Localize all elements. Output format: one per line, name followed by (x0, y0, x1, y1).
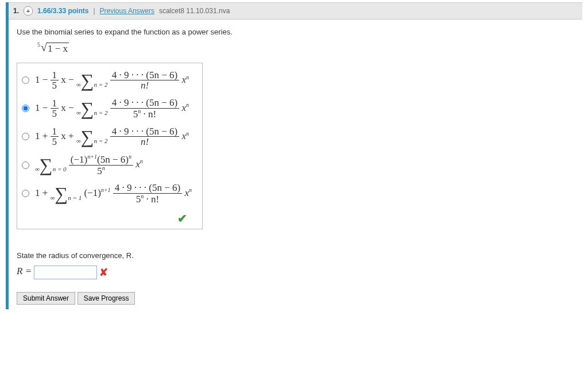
question-container: 1. + 1.66/3.33 points | Previous Answers… (6, 2, 582, 309)
part2: State the radius of convergence, R. R = … (17, 251, 574, 279)
choice-radio-4[interactable] (22, 162, 29, 169)
choice-math-1: 1 − 15 x − ∞∑n = 2 4 · 9 · · · (5n − 6)n… (35, 70, 189, 91)
question-header: 1. + 1.66/3.33 points | Previous Answers… (9, 2, 582, 20)
question-number: 1. (13, 7, 19, 15)
submit-button[interactable]: Submit Answer (17, 292, 75, 305)
points-display: 1.66/3.33 points (37, 7, 88, 15)
separator: | (93, 7, 95, 15)
choice-math-2: 1 − 15 x − ∞∑n = 2 4 · 9 · · · (5n − 6)5… (35, 98, 189, 119)
assignment-id: scalcet8 11.10.031.nva (159, 7, 230, 15)
choice-radio-3[interactable] (22, 133, 29, 140)
expand-icon[interactable]: + (24, 6, 33, 16)
choice-radio-1[interactable] (22, 76, 29, 84)
choice-row: 1 − 15 x − ∞∑n = 2 4 · 9 · · · (5n − 6)5… (22, 94, 192, 122)
choice-math-3: 1 + 15 x + ∞∑n = 2 4 · 9 · · · (5n − 6)n… (35, 126, 189, 148)
cross-icon: ✘ (99, 266, 108, 279)
choice-row: 1 + ∞∑n = 1 (−1)n+1 4 · 9 · · · (5n − 6)… (22, 179, 192, 207)
choice-row: ∞∑n = 0 (−1)n+1(5n − 6)n 5n xn (22, 151, 192, 179)
choice-row: 1 + 15 x + ∞∑n = 2 4 · 9 · · · (5n − 6)n… (22, 123, 192, 151)
check-icon: ✔ (177, 212, 187, 225)
choices-box: 1 − 15 x − ∞∑n = 2 4 · 9 · · · (5n − 6)n… (17, 63, 203, 229)
part2-prompt: State the radius of convergence, R. (17, 251, 574, 260)
root-index: 5 (37, 41, 40, 48)
choice-feedback: ✔ (22, 208, 192, 226)
r-label: R = (17, 266, 34, 276)
question-body: Use the binomial series to expand the fu… (9, 20, 582, 309)
choice-row: 1 − 15 x − ∞∑n = 2 4 · 9 · · · (5n − 6)n… (22, 67, 192, 95)
choice-math-5: 1 + ∞∑n = 1 (−1)n+1 4 · 9 · · · (5n − 6)… (35, 183, 192, 204)
save-button[interactable]: Save Progress (78, 292, 136, 305)
choice-math-4: ∞∑n = 0 (−1)n+1(5n − 6)n 5n xn (35, 154, 143, 176)
previous-answers-link[interactable]: Previous Answers (100, 7, 154, 15)
choice-radio-5[interactable] (22, 190, 29, 197)
function-display: 5 √ 1 − x (40, 42, 574, 55)
choice-radio-2[interactable] (22, 105, 29, 112)
prompt-text: Use the binomial series to expand the fu… (17, 28, 574, 36)
button-row: Submit Answer Save Progress (17, 292, 574, 305)
root-body: 1 − x (47, 43, 69, 55)
r-input[interactable] (34, 266, 97, 279)
